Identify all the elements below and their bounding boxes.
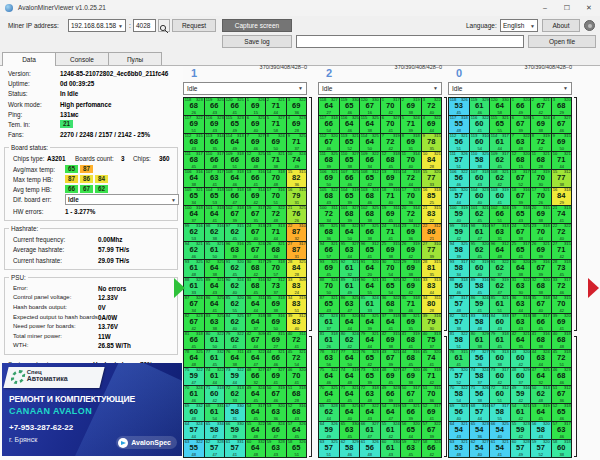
language-combobox[interactable]: English▼ bbox=[500, 19, 538, 32]
chip-cell: 283158135 bbox=[422, 260, 443, 278]
tab-pools[interactable]: Пулы bbox=[108, 52, 162, 65]
tab-data[interactable]: Data bbox=[2, 52, 56, 66]
chip-cell: 383216935 bbox=[401, 314, 422, 332]
chip-cell: 113217138 bbox=[266, 152, 287, 170]
chip-cell: 783176356 bbox=[319, 350, 340, 368]
version-value: 1246-85-21072802_4ec6bb0_211fc46 bbox=[60, 70, 168, 77]
board-mode-combobox[interactable]: Idle▼ bbox=[183, 82, 307, 95]
chip-cell: 463207041 bbox=[287, 368, 308, 386]
chip-cell: 943216657 bbox=[319, 242, 340, 260]
chip-cell: 353186938 bbox=[266, 296, 287, 314]
chip-cell: 813225851 bbox=[449, 332, 470, 350]
chip-cell: 533206336 bbox=[266, 404, 287, 422]
chip-cell: 853216151 bbox=[490, 296, 511, 314]
chip-cell: 903196247 bbox=[490, 278, 511, 296]
chip-cell: 873216543 bbox=[319, 296, 340, 314]
ad-banner[interactable]: Спец Автоматика РЕМОНТ И КОМПЛЕКТУЮЩИЕ C… bbox=[2, 363, 182, 456]
search-icon[interactable] bbox=[158, 19, 170, 32]
chip-cell: 723126051 bbox=[490, 386, 511, 404]
chip-cell: 1083216242 bbox=[490, 170, 511, 188]
info-icon[interactable] bbox=[584, 20, 595, 31]
chip-cell: 513186828 bbox=[287, 386, 308, 404]
boards-output-value: 0V bbox=[98, 304, 106, 311]
chip-cell: 1123206746 bbox=[319, 134, 340, 152]
chip-cell: 1083126542 bbox=[360, 170, 381, 188]
tab-bar: Data Console Пулы bbox=[2, 52, 161, 66]
chip-cell: 533196445 bbox=[531, 404, 552, 422]
port-input[interactable]: 4028 bbox=[133, 19, 156, 32]
chip-cell: 793216444 bbox=[360, 332, 381, 350]
chip-cell: 463187142 bbox=[422, 368, 443, 386]
advertiser-logo: Спец Автоматика bbox=[3, 367, 104, 388]
telegram-link[interactable]: AvalonSpec bbox=[116, 436, 177, 449]
chip-cell: 853246133 bbox=[360, 296, 381, 314]
chip-cell: 1023256838 bbox=[360, 206, 381, 224]
chip-cell: 523176941 bbox=[422, 404, 443, 422]
chip-cell: 853206255 bbox=[225, 296, 246, 314]
ip-combobox[interactable]: 192.168.68.158▼ bbox=[68, 19, 126, 32]
chip-cell: 933256945 bbox=[319, 260, 340, 278]
chip-cell: 953276344 bbox=[340, 242, 361, 260]
chip-cell: 183167140 bbox=[381, 188, 402, 206]
chip-cell: 553235942 bbox=[511, 422, 532, 440]
chip-cell: 193176735 bbox=[246, 206, 267, 224]
log-output-field[interactable] bbox=[296, 35, 524, 48]
chip-cell: 283258428 bbox=[287, 260, 308, 278]
language-label: Language: bbox=[466, 22, 497, 29]
chip-cell: 1183265345 bbox=[449, 98, 470, 116]
minimize-button[interactable]: – bbox=[534, 0, 556, 16]
board-mode-combobox[interactable]: Idle▼ bbox=[448, 82, 572, 95]
maximize-button[interactable]: ☐ bbox=[556, 0, 578, 16]
chip-cell: 883256133 bbox=[184, 278, 205, 296]
chip-cell: 63256940 bbox=[246, 116, 267, 134]
tab-console[interactable]: Console bbox=[55, 52, 109, 65]
wth-label: WTH: bbox=[13, 342, 28, 348]
request-button[interactable]: Request bbox=[172, 19, 216, 32]
chip-cell: 473256432 bbox=[531, 368, 552, 386]
chip-cell: 213158322 bbox=[422, 206, 443, 224]
chip-cell: 453217254 bbox=[287, 350, 308, 368]
chip-cell: 863245941 bbox=[470, 296, 491, 314]
open-file-button[interactable]: Open file bbox=[528, 35, 596, 48]
chip-cell: 563205843 bbox=[531, 422, 552, 440]
chip-cell: 973256638 bbox=[360, 224, 381, 242]
chip-cell: 403117241 bbox=[287, 332, 308, 350]
chip-cell: 1143256450 bbox=[360, 134, 381, 152]
chip-cell: 33226936 bbox=[287, 98, 308, 116]
boards-count-label: Boards count: bbox=[75, 155, 114, 162]
chips-label: Chips: bbox=[133, 155, 151, 162]
chip-cell: 33227240 bbox=[422, 98, 443, 116]
chip-cell: 1013276839 bbox=[340, 206, 361, 224]
chip-cell: 513157036 bbox=[422, 386, 443, 404]
about-button[interactable]: About bbox=[542, 19, 580, 32]
chip-cell: 363116444 bbox=[246, 296, 267, 314]
chip-cell: 293166739 bbox=[531, 260, 552, 278]
chip-cell: 293187057 bbox=[266, 260, 287, 278]
capture-screen-button[interactable]: Capture screen bbox=[222, 19, 292, 32]
max-temp-hb-badges: 878684 bbox=[65, 175, 110, 183]
chip-cell: 63286739 bbox=[511, 116, 532, 134]
app-icon bbox=[5, 4, 13, 12]
dif-board-err-combobox[interactable]: Idle▼ bbox=[65, 194, 179, 205]
current-frequency-label: Current frequency: bbox=[13, 236, 65, 243]
chips-type-label: Chips type: bbox=[13, 155, 45, 162]
chip-cell: 613265648 bbox=[360, 440, 381, 458]
chevron-down-icon: ▼ bbox=[563, 83, 568, 94]
chip-cell: 603326448 bbox=[246, 440, 267, 458]
temp-in-label: Tem. in: bbox=[8, 121, 30, 128]
chip-cell: 963166339 bbox=[225, 242, 246, 260]
board-bracket bbox=[574, 336, 577, 457]
chip-cell: 603306143 bbox=[381, 440, 402, 458]
prev-board-arrow[interactable] bbox=[174, 278, 185, 298]
current-hashrate-label: Current hashrate: bbox=[13, 257, 62, 264]
next-board-arrow[interactable] bbox=[588, 278, 599, 298]
chip-cell: 443166845 bbox=[401, 350, 422, 368]
save-log-button[interactable]: Save log bbox=[222, 35, 292, 48]
board-bracket bbox=[309, 97, 312, 331]
chip-cell: 913206245 bbox=[225, 260, 246, 278]
chip-cell: 263216834 bbox=[266, 242, 287, 260]
chip-cell: 733225944 bbox=[225, 368, 246, 386]
board-mode-combobox[interactable]: Idle▼ bbox=[318, 82, 442, 95]
chip-cell: 13177042 bbox=[381, 98, 402, 116]
close-button[interactable]: ✕ bbox=[578, 0, 600, 16]
